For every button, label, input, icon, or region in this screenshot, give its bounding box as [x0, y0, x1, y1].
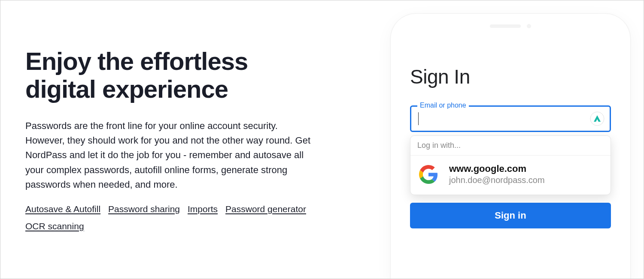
- email-or-phone-field[interactable]: Email or phone: [410, 105, 611, 132]
- speaker-slot-icon: [490, 24, 521, 28]
- link-autosave-autofill[interactable]: Autosave & Autofill: [25, 204, 100, 214]
- nordpass-icon[interactable]: [590, 111, 605, 126]
- phone-speaker: [490, 24, 531, 28]
- camera-dot-icon: [527, 24, 531, 28]
- link-ocr-scanning[interactable]: OCR scanning: [25, 221, 84, 231]
- autofill-suggestion-item[interactable]: www.google.com john.doe@nordpass.com: [410, 156, 611, 195]
- marketing-hero-frame: Enjoy the effortless digital experience …: [0, 0, 644, 279]
- phone-body: Sign In Email or phone Log in with...: [390, 13, 631, 279]
- autofill-suggestion-text: www.google.com john.doe@nordpass.com: [449, 163, 545, 185]
- text-cursor-icon: [418, 112, 419, 125]
- sign-in-button[interactable]: Sign in: [410, 203, 611, 228]
- autofill-email: john.doe@nordpass.com: [449, 175, 545, 185]
- google-logo-icon: [419, 165, 438, 184]
- link-imports[interactable]: Imports: [188, 204, 218, 214]
- link-password-sharing[interactable]: Password sharing: [108, 204, 180, 214]
- link-password-generator[interactable]: Password generator: [225, 204, 306, 214]
- hero-text-column: Enjoy the effortless digital experience …: [0, 48, 335, 231]
- hero-headline: Enjoy the effortless digital experience: [25, 48, 318, 103]
- autofill-popup-header: Log in with...: [410, 136, 611, 156]
- hero-body-copy: Passwords are the front line for your on…: [25, 119, 317, 192]
- autofill-site: www.google.com: [449, 163, 545, 174]
- sign-in-heading: Sign In: [410, 65, 611, 88]
- phone-mockup: Sign In Email or phone Log in with...: [390, 13, 631, 279]
- autofill-popup: Log in with... www.google.com john.doe@n…: [410, 135, 611, 195]
- email-or-phone-label: Email or phone: [417, 102, 469, 109]
- feature-links-row: Autosave & Autofill Password sharing Imp…: [25, 204, 317, 231]
